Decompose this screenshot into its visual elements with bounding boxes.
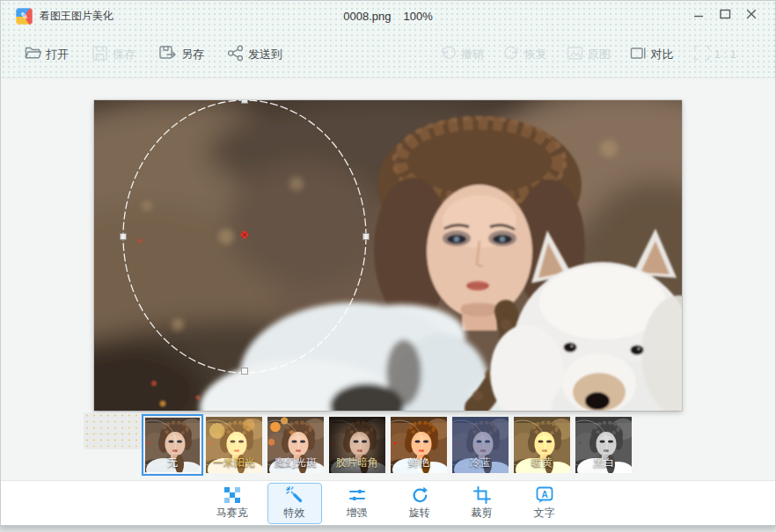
- photo-image: [94, 100, 682, 411]
- crop-tool-button[interactable]: 裁剪: [455, 483, 509, 524]
- crop-icon: [473, 486, 491, 504]
- open-label: 打开: [46, 47, 69, 62]
- undo-icon: [440, 45, 457, 64]
- filter-thumb-magic-bokeh[interactable]: 魔幻光斑: [267, 417, 324, 473]
- one-to-one-icon: [693, 45, 710, 63]
- filter-thumb-film-vignette[interactable]: 胶片暗角: [329, 417, 385, 473]
- actual-size-button[interactable]: 1 : 1: [693, 45, 736, 63]
- share-icon: [227, 45, 244, 64]
- photo-canvas[interactable]: [94, 100, 682, 411]
- selection-handle-right[interactable]: [363, 234, 370, 240]
- text-tool-button[interactable]: A 文字: [517, 483, 572, 524]
- filter-preview-image: [575, 417, 632, 473]
- save-icon: [92, 45, 108, 64]
- svg-text:A: A: [541, 489, 547, 499]
- filter-preview-image: [514, 417, 570, 473]
- minimize-icon: [693, 7, 704, 23]
- filter-strip: 无 一米阳光 魔幻光斑 胶片暗角 鲜艳: [1, 417, 775, 473]
- filter-thumb-vivid[interactable]: 鲜艳: [391, 417, 447, 473]
- redo-icon: [503, 45, 520, 64]
- document-info: 0008.png 100%: [343, 1, 432, 31]
- minimize-button[interactable]: [685, 4, 712, 26]
- filter-preview-image: [452, 417, 509, 473]
- redo-label: 恢复: [524, 47, 547, 62]
- save-as-label: 另存: [181, 47, 204, 62]
- original-image-label: 原图: [588, 47, 611, 62]
- filter-preview-image: [144, 417, 201, 473]
- text-label: 文字: [534, 506, 555, 521]
- enhance-label: 增强: [347, 506, 368, 521]
- rotate-tool-button[interactable]: 旋转: [392, 483, 447, 524]
- rotate-icon: [411, 486, 428, 504]
- bottom-toolbar: 马赛克 特效 增强 旋转 裁剪 A 文字: [1, 480, 775, 525]
- close-icon: [746, 7, 757, 23]
- effects-label: 特效: [284, 506, 305, 521]
- filter-thumb-cold-blue[interactable]: 冷蓝: [452, 417, 509, 473]
- canvas-area: 无 一米阳光 魔幻光斑 胶片暗角 鲜艳: [1, 78, 775, 480]
- undo-label: 撤销: [461, 47, 484, 62]
- save-button[interactable]: 保存: [92, 45, 135, 64]
- selection-handle-bottom[interactable]: [242, 368, 248, 375]
- actual-size-label: 1 : 1: [714, 47, 736, 61]
- enhance-sliders-icon: [348, 486, 366, 504]
- filter-thumb-sunshine[interactable]: 一米阳光: [206, 417, 262, 473]
- save-as-button[interactable]: 另存: [158, 45, 204, 64]
- app-window: ✎ 看图王图片美化 0008.png 100%: [0, 0, 776, 526]
- mosaic-icon: [223, 486, 241, 504]
- strip-left-decoration: [84, 412, 142, 449]
- crop-label: 裁剪: [472, 506, 493, 521]
- redo-button[interactable]: 恢复: [503, 45, 547, 64]
- filter-thumb-none[interactable]: 无: [144, 417, 201, 473]
- filter-preview-image: [267, 417, 324, 473]
- send-to-label: 发送到: [248, 47, 282, 62]
- text-bubble-icon: A: [536, 486, 553, 504]
- filter-preview-image: [329, 417, 385, 473]
- open-button[interactable]: 打开: [25, 45, 69, 64]
- effects-tool-button[interactable]: 特效: [267, 483, 322, 524]
- save-as-icon: [158, 45, 177, 64]
- filter-thumb-black-white[interactable]: 黑白: [575, 417, 632, 473]
- send-to-button[interactable]: 发送到: [227, 45, 282, 64]
- folder-open-icon: [25, 45, 41, 64]
- window-controls: [685, 4, 765, 26]
- enhance-tool-button[interactable]: 增强: [330, 483, 384, 524]
- compare-button[interactable]: 对比: [630, 45, 674, 64]
- mosaic-tool-button[interactable]: 马赛克: [205, 483, 260, 524]
- zoom-level: 100%: [403, 10, 432, 23]
- title-bar: ✎ 看图王图片美化 0008.png 100%: [1, 1, 775, 31]
- toolbar-left-group: 打开 保存 另存 发送到: [1, 45, 282, 64]
- rotate-label: 旋转: [409, 506, 430, 521]
- toolbar-right-group: 撤销 恢复 原图 对比 1 : 1: [440, 45, 775, 64]
- maximize-icon: [720, 7, 731, 23]
- close-button[interactable]: [738, 4, 765, 26]
- original-image-button[interactable]: 原图: [567, 45, 611, 64]
- original-image-icon: [567, 45, 583, 64]
- filter-preview-image: [206, 417, 262, 473]
- maximize-button[interactable]: [712, 4, 738, 26]
- app-title: 看图王图片美化: [40, 9, 113, 24]
- selection-handle-left[interactable]: [121, 234, 127, 240]
- compare-label: 对比: [651, 47, 674, 62]
- selection-handle-top[interactable]: [242, 100, 248, 104]
- save-label: 保存: [113, 47, 135, 62]
- header: ✎ 看图王图片美化 0008.png 100%: [1, 1, 775, 78]
- filter-thumb-warm-yellow[interactable]: 暖黄: [514, 417, 570, 473]
- filter-preview-image: [391, 417, 447, 473]
- file-name: 0008.png: [343, 10, 391, 23]
- app-logo-icon: ✎: [16, 8, 33, 25]
- magic-wand-icon: [286, 486, 304, 504]
- mosaic-label: 马赛克: [216, 506, 248, 521]
- main-toolbar: 打开 保存 另存 发送到 撤销: [1, 31, 775, 77]
- compare-icon: [630, 45, 647, 64]
- undo-button[interactable]: 撤销: [440, 45, 484, 64]
